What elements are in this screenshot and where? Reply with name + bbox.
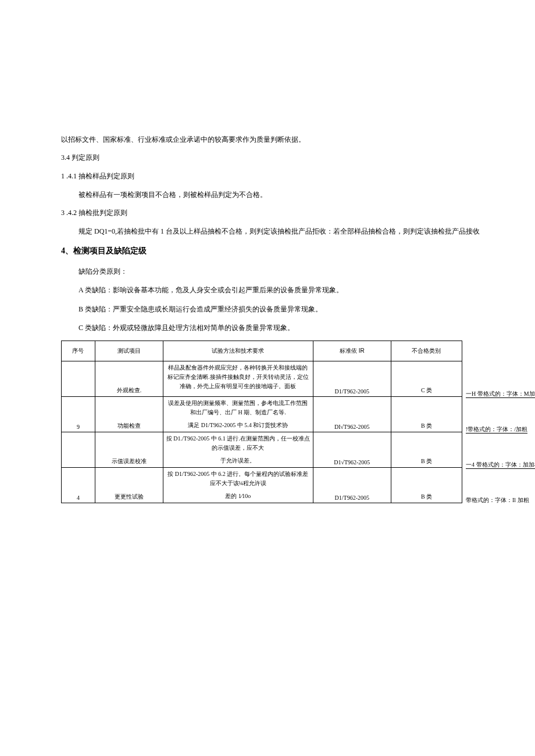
th-cls: 不合格类别: [391, 341, 462, 361]
cell-seq: [62, 432, 95, 468]
th-req: 试验方法和技术要求: [163, 341, 313, 361]
table-row: 4更更性试验按 D1/T962-2005 中 6.2 进行。每个量程内的试验标准…: [62, 468, 462, 490]
cell-req-top: 误差及使用的测量频率、测量范围，参考电流工作范围和出厂编号、出厂 H 期、制造厂…: [163, 397, 313, 420]
cell-item: 外观检查.: [95, 361, 163, 397]
th-seq: 序号: [62, 341, 95, 361]
cell-req-top: 样品及配食器件外观应完好，各种转换开关和接线端的标记应齐全清晰.接插件接触良好，…: [163, 361, 313, 393]
para-3-4-1: 被检样品有一项检测项目不合格，则被检样品判定为不合格。: [61, 189, 535, 200]
document-page: 以招标文件、国家标准、行业标准或企业承诺中的较高要求作为质量判断依据。 3.4 …: [0, 0, 535, 503]
cell-seq: 4: [62, 468, 95, 503]
cell-cls: B 类: [391, 468, 462, 503]
cell-item: 更更性试验: [95, 468, 163, 503]
cell-cls: C 类: [391, 361, 462, 397]
cell-req-top: 按 D1./T962-2005 中 6.1 进行.在测量范围内，任一校准点的示值…: [163, 432, 313, 455]
para-3-4-2: 规定 DQ1=0,若抽检批中有 1 台及以上样品抽检不合格，则判定该抽检批产品拒…: [61, 225, 535, 237]
cell-req-bottom: 于允许误差。: [163, 454, 313, 468]
revision-annotation-text: 一H 带格式的：字体：M加柑: [466, 391, 535, 398]
intro-paragraph: 以招标文件、国家标准、行业标准或企业承诺中的较高要求作为质量判断依据。: [61, 134, 535, 145]
cell-std: D1/T962-2005: [313, 468, 391, 503]
th-std: 标准依 IR: [313, 341, 391, 361]
cell-req-top: 按 D1/T962-2005 中 6.2 进行。每个量程内的试验标准差应不大于该…: [163, 468, 313, 490]
cell-item: 示值误差校准: [95, 432, 163, 468]
table-row: 9功能检查误差及使用的测量频率、测量范围，参考电流工作范围和出厂编号、出厂 H …: [62, 397, 462, 420]
heading-3-4-2: 3 .4.2 抽检批判定原则: [61, 207, 535, 218]
defect-a: A 类缺陷：影响设备基本功能，危及人身安全或会引起严重后果的设备质量异常现象。: [61, 284, 535, 296]
table-header-row: 序号 测试项目 试验方法和技术要求 标准依 IR 不合格类别: [62, 341, 462, 361]
heading-3-4-2-txt: .4.2 抽检批判定原则: [65, 209, 127, 217]
cell-std: D1√T962-2005: [313, 432, 391, 468]
section-4-heading: 4、检测项目及缺陷定级: [61, 246, 535, 256]
cell-req-bottom: 差的 1⁄10o: [163, 490, 313, 503]
revision-annotation-text: !带格式的：字体：/加粗: [466, 427, 527, 433]
cell-std: DI√T962-2005: [313, 397, 391, 432]
revision-annotation-text: 带格式的：字体：Il 加粗: [466, 497, 529, 504]
heading-3-4: 3.4 判定原则: [61, 152, 535, 163]
defect-b: B 类缺陷：严重安全隐患或长期运行会造成严重经济损失的设备质量异常现象。: [61, 303, 535, 315]
revision-annotation: 带格式的：字体：Il 加粗: [466, 497, 529, 504]
cell-seq: 9: [62, 397, 95, 432]
section-4-txt: 检测项目及缺陷定级: [73, 246, 147, 255]
table-row: 示值误差校准按 D1./T962-2005 中 6.1 进行.在测量范围内，任一…: [62, 432, 462, 455]
defect-c: C 类缺陷：外观或轻微故障且处理方法相对简单的设备质量异常现象。: [61, 322, 535, 334]
cell-cls: B 类: [391, 432, 462, 468]
revision-annotation-text: 一4 带格式的：字体：加加根: [466, 462, 535, 469]
revision-annotation: 一H 带格式的：字体：M加柑: [466, 391, 535, 398]
table-row: 外观检查.样品及配食器件外观应完好，各种转换开关和接线端的标记应齐全清晰.接插件…: [62, 361, 462, 393]
revision-annotation: !带格式的：字体：/加粗: [466, 427, 527, 433]
heading-3-4-1: 1 .4.1 抽检样品判定原则: [61, 171, 535, 182]
section-4-num: 4、: [61, 246, 73, 255]
cell-cls: B 类: [391, 397, 462, 432]
defect-intro: 缺陷分类原则：: [61, 266, 535, 277]
cell-std: D1/T962-2005: [313, 361, 391, 397]
defect-table: 序号 测试项目 试验方法和技术要求 标准依 IR 不合格类别 外观检查.样品及配…: [61, 341, 462, 503]
heading-3-4-1-txt: .4.1 抽检样品判定原则: [65, 172, 134, 180]
revision-annotation: 一4 带格式的：字体：加加根: [466, 462, 535, 469]
th-item: 测试项目: [95, 341, 163, 361]
cell-item: 功能检查: [95, 397, 163, 432]
cell-req-bottom: 满足 D1/T962-2005 中 5.4 和订货技术协: [163, 419, 313, 432]
cell-seq: [62, 361, 95, 397]
